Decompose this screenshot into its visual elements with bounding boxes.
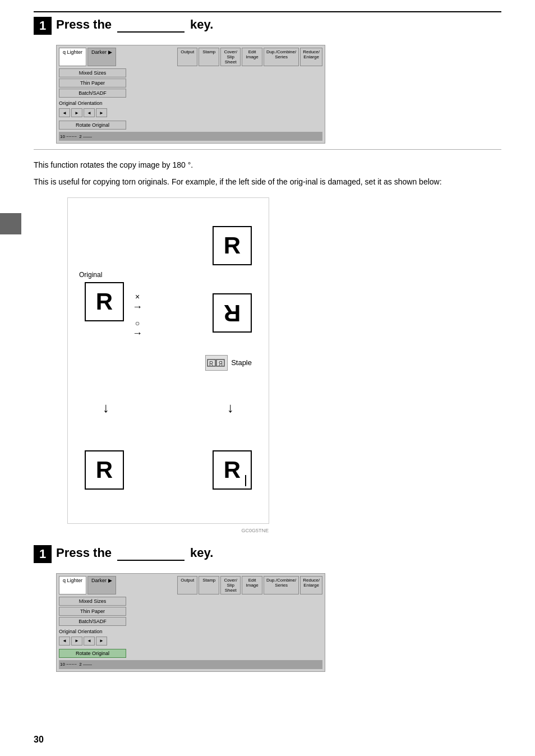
side-tab bbox=[0, 213, 21, 234]
orient-btn-1b[interactable]: ► bbox=[71, 108, 82, 117]
key-blank-1 bbox=[117, 17, 185, 33]
orient-btn-1a[interactable]: ◄ bbox=[59, 108, 70, 117]
label-orientation-1: Original Orientation bbox=[59, 100, 126, 106]
orient-btn-1c[interactable]: ◄ bbox=[84, 108, 95, 117]
menu-dup-1[interactable]: Dup./Combine/Series bbox=[264, 48, 299, 66]
tab-right-group-1: Output Stamp Cover/Slip Sheet EditImage … bbox=[177, 48, 322, 66]
menu-cover-1[interactable]: Cover/Slip Sheet bbox=[220, 48, 241, 66]
menu-output-1[interactable]: Output bbox=[177, 48, 197, 66]
btn-rotate-orig-2[interactable]: Rotate Original bbox=[59, 649, 126, 658]
svg-text:R: R bbox=[209, 361, 213, 367]
r-box-bottom-left: R bbox=[85, 450, 124, 490]
diagram-inner: Original R R × → ○ → R bbox=[79, 209, 257, 512]
step-number-2: 1 bbox=[34, 545, 52, 563]
ui-screenshot-2: q Lighter Darker ▶ Output Stamp Cover/Sl… bbox=[56, 573, 325, 672]
page-number: 30 bbox=[34, 735, 44, 745]
tab-darker-1[interactable]: Darker ▶ bbox=[87, 48, 116, 66]
arrow-x: × → bbox=[132, 292, 142, 313]
btn-batch-sadf-1[interactable]: Batch/SADF bbox=[59, 89, 126, 98]
description-section: This function rotates the copy image by … bbox=[34, 159, 501, 188]
menu-reduce-1[interactable]: Reduce/Enlarge bbox=[300, 48, 322, 66]
key-blank-2 bbox=[117, 545, 185, 561]
staple-section: R R Staple bbox=[205, 355, 252, 371]
r-box-flipped: R bbox=[213, 293, 252, 333]
ui-body-2: Mixed Sizes Thin Paper Batch/SADF Origin… bbox=[59, 597, 322, 658]
orient-btn-2c[interactable]: ◄ bbox=[84, 637, 95, 646]
btn-rotate-orig-1[interactable]: Rotate Original bbox=[59, 121, 126, 130]
ui-body-1: Mixed Sizes Thin Paper Batch/SADF Origin… bbox=[59, 68, 322, 130]
svg-text:R: R bbox=[219, 361, 223, 367]
menu-reduce-2[interactable]: Reduce/Enlarge bbox=[300, 576, 322, 594]
diagram-container: Original R R × → ○ → R bbox=[67, 197, 269, 524]
orient-btn-1d[interactable]: ► bbox=[96, 108, 107, 117]
description-line1: This function rotates the copy image by … bbox=[34, 159, 501, 171]
ui-screenshot-1: q Lighter Darker ▶ Output Stamp Cover/Sl… bbox=[56, 45, 325, 144]
ui-left-panel-2: Mixed Sizes Thin Paper Batch/SADF Origin… bbox=[59, 597, 126, 658]
orient-btn-2a[interactable]: ◄ bbox=[59, 637, 70, 646]
label-orientation-2: Original Orientation bbox=[59, 629, 126, 634]
menu-edit-2[interactable]: EditImage bbox=[242, 576, 262, 594]
ui-tabs-1: q Lighter Darker ▶ Output Stamp Cover/Sl… bbox=[59, 48, 322, 66]
original-label: Original bbox=[79, 271, 102, 279]
orientation-buttons-1: ◄ ► ◄ ► bbox=[59, 108, 126, 117]
r-box-bottom-right: R bbox=[213, 450, 252, 490]
menu-stamp-2[interactable]: Stamp bbox=[199, 576, 219, 594]
step-number-1: 1 bbox=[34, 17, 52, 35]
tab-lighter-1[interactable]: q Lighter bbox=[59, 48, 86, 66]
btn-thin-paper-1[interactable]: Thin Paper bbox=[59, 79, 126, 87]
bottom-rule-1 bbox=[34, 149, 501, 150]
menu-stamp-1[interactable]: Stamp bbox=[199, 48, 219, 66]
staple-icon: R R bbox=[205, 355, 228, 371]
tab-lighter-2[interactable]: q Lighter bbox=[59, 576, 86, 594]
ui-left-panel-1: Mixed Sizes Thin Paper Batch/SADF Origin… bbox=[59, 68, 126, 130]
down-arrow-right: ↓ bbox=[227, 400, 234, 416]
press-key-text-2: Press the key. bbox=[56, 545, 213, 561]
diagram-code: GC0G5TNE bbox=[241, 528, 269, 533]
section2: 1 Press the key. q Lighter Darker ▶ Outp… bbox=[34, 541, 501, 672]
orient-btn-2b[interactable]: ► bbox=[71, 637, 82, 646]
staple-label: Staple bbox=[231, 358, 252, 367]
menu-output-2[interactable]: Output bbox=[177, 576, 197, 594]
press-key-section-1: 1 Press the key. bbox=[34, 12, 501, 39]
press-key-text-1: Press the key. bbox=[56, 17, 213, 33]
btn-mixed-sizes-2[interactable]: Mixed Sizes bbox=[59, 597, 126, 606]
tab-right-group-2: Output Stamp Cover/Slip Sheet EditImage … bbox=[177, 576, 322, 594]
ui-status-bar-2: 10 ~~~~ 2 —— bbox=[59, 660, 322, 669]
btn-thin-paper-2[interactable]: Thin Paper bbox=[59, 607, 126, 616]
btn-batch-sadf-2[interactable]: Batch/SADF bbox=[59, 617, 126, 626]
r-box-original: R bbox=[85, 282, 124, 321]
orientation-buttons-2: ◄ ► ◄ ► bbox=[59, 637, 126, 646]
press-key-section-2: 1 Press the key. bbox=[34, 541, 501, 568]
menu-edit-1[interactable]: EditImage bbox=[242, 48, 262, 66]
orient-btn-2d[interactable]: ► bbox=[96, 637, 107, 646]
ui-tabs-2: q Lighter Darker ▶ Output Stamp Cover/Sl… bbox=[59, 576, 322, 594]
menu-dup-2[interactable]: Dup./Combine/Series bbox=[264, 576, 299, 594]
ui-status-bar-1: 10 ~~~~ 2 —— bbox=[59, 132, 322, 141]
arrow-o: ○ → bbox=[132, 319, 142, 339]
r-box-top-right: R bbox=[213, 226, 252, 265]
description-line2: This is useful for copying torn original… bbox=[34, 176, 501, 188]
btn-mixed-sizes-1[interactable]: Mixed Sizes bbox=[59, 68, 126, 77]
tab-darker-2[interactable]: Darker ▶ bbox=[87, 576, 116, 594]
down-arrow-left: ↓ bbox=[103, 400, 109, 416]
menu-cover-2[interactable]: Cover/Slip Sheet bbox=[220, 576, 241, 594]
page-container: 1 Press the key. q Lighter Darker ▶ Outp… bbox=[0, 0, 535, 756]
